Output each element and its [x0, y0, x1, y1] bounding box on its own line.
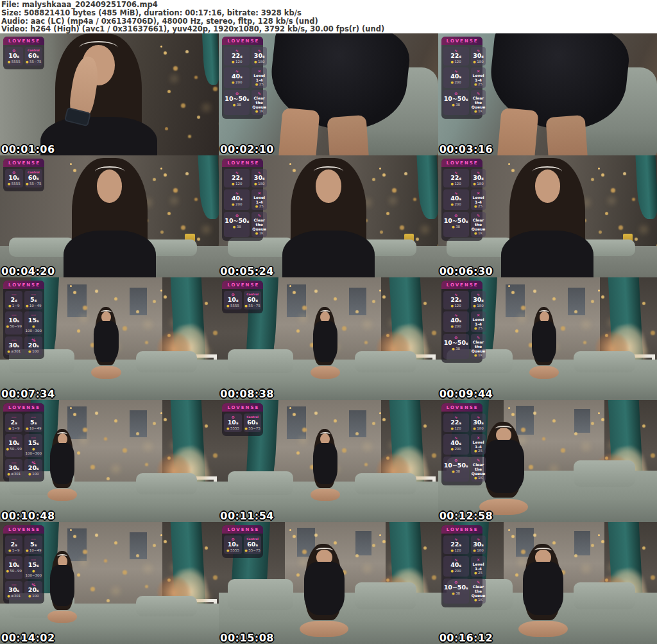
- tip-item-icon: ✕: [472, 557, 486, 562]
- tip-menu-grid: ⚙10s5555Control toy60s55~75: [3, 167, 44, 189]
- timestamp-label: 00:03:16: [439, 143, 493, 155]
- tip-item-tokens: 50~99: [6, 324, 22, 329]
- timestamp-label: 00:04:20: [1, 265, 55, 277]
- pearl-headband: [533, 166, 562, 177]
- tip-menu-grid: ∿22s120∿30s180∿40s200✕Level 1-425⚙10~50s…: [441, 45, 482, 117]
- tip-item-tokens: 200: [444, 447, 468, 451]
- video-thumbnail: LOVENSE ⚙10s5555Control toy60s55~75 00:1…: [219, 400, 438, 522]
- tip-item-value: 60s: [244, 541, 261, 548]
- tip-item-tokens: 180: [252, 182, 266, 186]
- black-dress: [304, 562, 345, 615]
- tip-item-tokens: 100: [25, 472, 42, 476]
- tip-item-value: Clear the Queue: [472, 218, 486, 231]
- tip-menu-item: ∿30s180: [471, 169, 486, 187]
- string-lights: [160, 412, 162, 414]
- tip-menu-item: ┄┄30s≥301: [5, 336, 22, 355]
- leg: [497, 108, 539, 156]
- tip-item-tokens: 120: [225, 182, 249, 186]
- lovense-logo: LOVENSE: [3, 37, 44, 45]
- tip-item-tokens: 5555: [225, 304, 241, 308]
- lovense-overlay: LOVENSE ∿22s120∿30s180∿40s200✕Level 1-42…: [441, 525, 482, 607]
- video-thumbnail: ♥♥❀✦ LOVENSE ∿22s120∿30s180∿40s200✕Level…: [438, 400, 657, 522]
- tip-menu-item: ⚙10s5555: [224, 291, 242, 309]
- tip-item-value: Clear the Queue: [472, 462, 486, 476]
- legs: [529, 366, 559, 378]
- video-thumbnail: ♥❀✦ LOVENSE ⚙10s5555Control toy60s55~75 …: [0, 155, 219, 277]
- person: [525, 307, 563, 380]
- tip-item-tokens: 5555: [225, 548, 241, 553]
- tip-menu-item: ∿22s120: [443, 47, 469, 65]
- tip-item-value: 30s: [472, 175, 486, 182]
- tip-item-value: 22s: [444, 175, 468, 182]
- lovense-logo: LOVENSE: [441, 403, 482, 412]
- tip-item-value: Clear the Queue: [252, 96, 266, 109]
- tip-item-icon: ✎: [252, 213, 266, 218]
- tip-item-value: 30s: [6, 465, 22, 472]
- tip-item-tokens: 55~75: [26, 182, 42, 186]
- lovense-logo: LOVENSE: [222, 403, 263, 412]
- black-dress: [282, 231, 375, 277]
- tip-item-tokens: 55~75: [244, 426, 261, 431]
- lovense-logo: LOVENSE: [441, 525, 482, 534]
- tip-item-tokens: 25: [472, 204, 486, 209]
- tip-menu-item: ┄┄15s100~300: [24, 556, 42, 579]
- tip-menu-item: ✎Clear the Queue1K: [252, 90, 267, 115]
- tip-item-value: 40s: [444, 562, 468, 569]
- tip-menu-item: Control toy60s55~75: [244, 291, 262, 309]
- tip-item-tokens: 1~9: [6, 548, 22, 553]
- legs: [91, 366, 121, 378]
- tip-item-tokens: 38: [225, 225, 249, 229]
- tip-menu-grid: ┄┄2s1~9┄┄5s10~49┄┄10s50~99┄┄15s100~300┄┄…: [3, 534, 44, 602]
- tip-item-value: 10s: [6, 317, 22, 324]
- tip-item-icon: ✎: [472, 580, 486, 584]
- lovense-logo: LOVENSE: [222, 159, 263, 167]
- lovense-logo: LOVENSE: [3, 403, 44, 412]
- tip-item-icon: ✕: [252, 191, 266, 195]
- tip-menu-grid: ∿22s120∿30s180∿40s200✕Level 1-425⚙10~50s…: [441, 534, 482, 605]
- black-dress: [501, 231, 593, 277]
- tip-menu-item: ✎Clear the Queue1K: [252, 212, 267, 237]
- tip-item-value: Level 1-4: [252, 73, 266, 82]
- timestamp-label: 00:05:24: [220, 265, 274, 277]
- tip-item-value: 10~50s: [444, 96, 468, 103]
- timestamp-label: 00:09:44: [439, 388, 493, 400]
- tip-item-tokens: 25: [472, 326, 486, 331]
- tip-item-value: 10~50s: [444, 584, 468, 591]
- tip-menu-item: ⚙10s5555: [224, 413, 242, 432]
- tip-item-value: 40s: [225, 73, 249, 80]
- tip-item-tokens: 180: [472, 60, 486, 64]
- tip-item-value: 5s: [25, 297, 42, 304]
- person: [293, 544, 355, 639]
- tip-menu-grid: ∿22s120∿30s180∿40s200✕Level 1-425⚙10~50s…: [441, 167, 482, 239]
- tip-menu-item: ┄┄5s10~49: [24, 535, 42, 554]
- timestamp-label: 00:07:34: [1, 388, 55, 400]
- tip-item-tokens: 10~49: [25, 304, 42, 308]
- file-size-line: Size: 508821410 bytes (485 MiB), duratio…: [1, 9, 657, 17]
- tip-menu-item: ┄┄30s≥301: [5, 459, 22, 478]
- tip-item-tokens: 5555: [6, 60, 22, 64]
- tip-item-tokens: 100~300: [25, 324, 42, 333]
- tip-item-value: 2s: [6, 419, 22, 426]
- tip-menu-item: ⚙10s5555: [5, 47, 23, 65]
- tip-item-value: 5s: [25, 541, 42, 548]
- tip-item-tokens: ≥301: [6, 472, 22, 476]
- tip-item-value: 20s: [25, 587, 42, 594]
- leg: [546, 115, 589, 155]
- thumbnail-grid: LOVENSE ⚙10s5555Control toy60s55~75 00:0…: [0, 33, 657, 644]
- tip-item-value: 10s: [225, 419, 241, 426]
- tip-item-tokens: 5555: [225, 426, 241, 431]
- video-thumbnail: ♥❀✦ LOVENSE ∿22s120∿30s180∿40s200✕Level …: [438, 522, 657, 644]
- black-dress: [484, 440, 524, 493]
- tip-item-value: Clear the Queue: [252, 218, 266, 231]
- person: [495, 158, 600, 277]
- person: [57, 158, 162, 277]
- tip-item-value: 20s: [25, 342, 42, 349]
- tip-item-value: 15s: [25, 440, 42, 447]
- video-contact-sheet: File: malyshkaaa_202409251706.mp4 Size: …: [0, 0, 657, 644]
- tip-menu-item: ┄┄10s50~99: [5, 311, 22, 335]
- tip-item-tokens: 38: [444, 225, 468, 229]
- tip-item-value: 10~50s: [225, 96, 249, 103]
- tip-menu-item: ∿22s120: [224, 47, 250, 65]
- tip-item-value: 30s: [252, 175, 266, 182]
- tip-item-icon: ✎: [252, 91, 266, 96]
